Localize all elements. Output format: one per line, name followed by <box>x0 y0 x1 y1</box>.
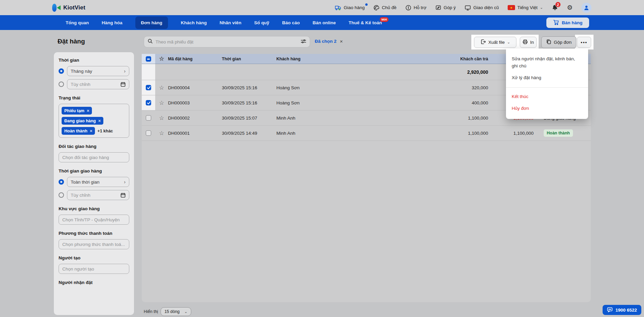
order-code[interactable]: DH000001 <box>168 131 222 136</box>
remove-tag-icon[interactable]: × <box>98 118 101 123</box>
delivery-area-select[interactable]: Chọn Tỉnh/TP - Quận/Huyện <box>59 215 129 225</box>
delivery-partner-select[interactable]: Chọn đối tác giao hàng <box>59 152 129 162</box>
time-range-select[interactable]: Tháng này› <box>67 66 129 76</box>
status-tag-phieu-tam[interactable]: Phiếu tạm× <box>62 107 92 115</box>
export-label: Xuất file <box>488 40 505 45</box>
feedback-label: Góp ý <box>444 5 456 10</box>
main-navbar: Tổng quan Hàng hóa Đơn hàng Khách hàng N… <box>0 15 644 30</box>
hotline-button[interactable]: 1900 6522 <box>603 305 641 315</box>
star-icon[interactable]: ☆ <box>155 110 168 125</box>
order-code[interactable]: DH000004 <box>168 85 222 90</box>
col-header-customer[interactable]: Khách hàng <box>276 57 364 61</box>
table-row[interactable]: ☆ DH000001 30/09/2025 14:49 Minh Anh 1,1… <box>142 126 591 141</box>
order-need-pay: 1,100,000 <box>364 116 491 121</box>
star-icon[interactable]: ☆ <box>155 126 168 140</box>
nav-khach-hang[interactable]: Khách hàng <box>181 20 207 25</box>
feedback-menu[interactable]: Góp ý <box>435 5 456 11</box>
order-need-pay: 400,000 <box>364 100 491 105</box>
col-header-need-pay[interactable]: Khách cần trả <box>364 57 491 61</box>
order-time: 30/09/2025 15:07 <box>222 116 276 121</box>
status-tag-dang-giao[interactable]: Đang giao hàng× <box>62 117 103 125</box>
export-icon <box>480 39 486 45</box>
creator-label: Người tạo <box>59 255 129 260</box>
delivery-time-custom-select[interactable]: Tùy chỉnh <box>67 190 129 200</box>
time-radio-custom[interactable] <box>59 82 64 87</box>
order-code[interactable]: DH000003 <box>168 100 222 105</box>
delivery-time-select[interactable]: Toàn thời gian› <box>67 177 129 187</box>
select-all-checkbox[interactable] <box>146 56 151 62</box>
delivery-time-value: Toàn thời gian <box>71 180 99 185</box>
nav-tong-quan[interactable]: Tổng quan <box>66 20 89 25</box>
more-tags-label: +1 khác <box>97 129 113 133</box>
row-checkbox[interactable] <box>146 85 151 90</box>
star-icon[interactable]: ☆ <box>155 80 168 95</box>
nav-thue-ke-toan[interactable]: Thuế & Kế toánMới <box>348 20 382 25</box>
nav-nhan-vien[interactable]: Nhân viên <box>219 20 241 25</box>
time-radio-selected[interactable] <box>59 68 64 74</box>
nav-hang-hoa[interactable]: Hàng hóa <box>102 20 123 25</box>
status-tag-select[interactable]: Phiếu tạm× Đang giao hàng× Hoàn thành× +… <box>59 104 129 138</box>
nav-so-quy[interactable]: Sổ quỹ <box>254 20 269 25</box>
remove-tag-icon[interactable]: × <box>90 128 93 133</box>
settings-button[interactable]: ⚙ <box>567 4 573 11</box>
row-checkbox[interactable] <box>146 115 151 121</box>
more-actions-button[interactable]: ••• <box>577 37 591 48</box>
menu-item-cancel-order[interactable]: Hủy đơn <box>506 103 588 115</box>
notifications-button[interactable]: 2 <box>552 4 558 11</box>
delivery-time-radio-custom[interactable] <box>59 192 64 198</box>
order-status: Hoàn thành <box>536 129 591 137</box>
creator-select[interactable]: Chọn người tạo <box>59 264 129 274</box>
row-checkbox[interactable] <box>146 130 151 136</box>
page-title: Đặt hàng <box>58 38 85 45</box>
chevron-down-icon: ⌄ <box>184 310 188 314</box>
delivery-menu[interactable]: Giao hàng <box>335 5 365 11</box>
delivery-time-custom-value: Tùy chỉnh <box>71 193 91 198</box>
theme-menu[interactable]: Chủ đề <box>373 5 397 11</box>
merge-orders-button[interactable]: Gộp đơn <box>541 36 576 48</box>
monitor-icon <box>465 5 471 11</box>
menu-divider <box>506 87 588 88</box>
time-custom-select[interactable]: Tùy chỉnh <box>67 79 129 89</box>
order-code[interactable]: DH000002 <box>168 116 222 121</box>
menu-item-edit-receiver[interactable]: Sửa người nhận đặt, kênh bán, ghi chú <box>506 53 588 72</box>
payment-method-select[interactable]: Chọn phương thức thanh toá... <box>59 239 129 249</box>
support-menu[interactable]: Hỗ trợ <box>405 5 427 11</box>
user-avatar[interactable] <box>581 3 591 13</box>
search-icon <box>147 38 153 45</box>
nav-ban-online[interactable]: Bán online <box>312 20 336 25</box>
export-file-button[interactable]: Xuất file ⌄ <box>474 37 516 48</box>
sell-button[interactable]: Bán hàng <box>546 18 589 28</box>
kiotviet-logo: KiotViet <box>52 0 86 15</box>
print-button[interactable]: In <box>520 37 537 48</box>
summary-total: 2,920,000 <box>364 69 491 75</box>
merge-icon <box>546 39 551 45</box>
filter-receiver: Người nhận đặt <box>59 280 129 285</box>
delivery-time-radio-selected[interactable] <box>59 179 64 185</box>
row-checkbox[interactable] <box>146 100 151 105</box>
old-ui-menu[interactable]: Giao diện cũ <box>465 5 499 11</box>
star-icon[interactable]: ☆ <box>155 95 168 110</box>
page-size-select[interactable]: 15 dòng ⌄ <box>161 307 191 316</box>
order-need-pay: 320,000 <box>364 85 491 90</box>
vietnam-flag-icon: ★ <box>508 5 515 10</box>
menu-item-process-order[interactable]: Xử lý đặt hàng <box>506 72 588 84</box>
delivery-area-label: Khu vực giao hàng <box>59 206 129 211</box>
cart-icon <box>553 20 559 26</box>
remove-tag-icon[interactable]: × <box>87 108 90 113</box>
search-input[interactable] <box>156 39 298 44</box>
nav-bao-cao[interactable]: Báo cáo <box>282 20 300 25</box>
order-time: 30/09/2025 15:16 <box>222 100 276 105</box>
nav-don-hang[interactable]: Đơn hàng <box>135 17 168 29</box>
receiver-label: Người nhận đặt <box>59 280 129 285</box>
delivery-partner-label: Đối tác giao hàng <box>59 144 129 149</box>
menu-item-finish[interactable]: Kết thúc <box>506 91 588 103</box>
feedback-icon <box>435 5 441 11</box>
clear-selection-icon[interactable]: × <box>340 38 343 44</box>
col-header-time[interactable]: Thời gian <box>222 57 276 61</box>
col-header-code[interactable]: Mã đặt hàng <box>168 57 222 61</box>
language-selector[interactable]: ★ Tiếng Việt ⌄ <box>508 5 543 10</box>
status-tag-hoan-thanh[interactable]: Hoàn thành× <box>62 127 95 135</box>
order-customer: Hoàng Sơn <box>276 85 364 90</box>
order-need-pay: 1,100,000 <box>364 131 491 136</box>
filter-sliders-icon[interactable] <box>301 39 306 45</box>
